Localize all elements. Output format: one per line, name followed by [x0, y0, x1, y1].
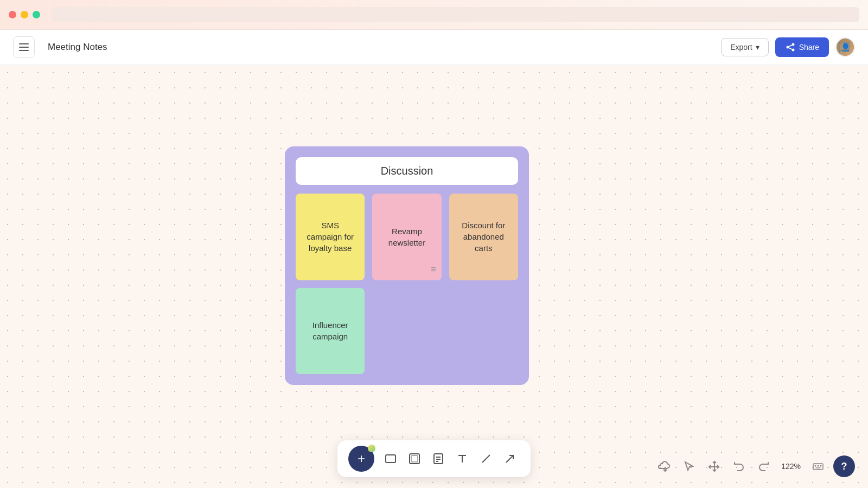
arrow-icon — [504, 453, 516, 465]
share-button[interactable]: Share — [775, 37, 829, 57]
share-label: Share — [799, 43, 819, 52]
title-bar — [0, 0, 868, 30]
cloud-save-button[interactable] — [654, 457, 674, 476]
discussion-frame[interactable]: Discussion SMS campaign for loyalty base… — [285, 146, 529, 385]
minimize-button[interactable] — [21, 11, 28, 18]
redo-icon — [758, 460, 770, 472]
svg-line-15 — [506, 455, 513, 463]
move-icon — [708, 460, 720, 472]
sticky-note-discount[interactable]: Discount for abandoned carts — [449, 194, 518, 280]
hamburger-icon — [19, 43, 29, 44]
frame-title: Discussion — [296, 157, 518, 185]
move-button[interactable] — [704, 457, 724, 476]
svg-line-4 — [789, 48, 792, 49]
document-title: Meeting Notes — [41, 38, 114, 56]
canvas-area[interactable]: Discussion SMS campaign for loyalty base… — [0, 65, 868, 488]
plus-icon: + — [358, 451, 365, 466]
maximize-button[interactable] — [33, 11, 40, 18]
frame-tool-button[interactable] — [405, 449, 424, 468]
svg-point-0 — [786, 46, 789, 49]
export-label: Export — [730, 43, 752, 52]
add-button[interactable]: + — [348, 446, 374, 472]
share-icon — [785, 42, 796, 53]
frame-icon — [409, 453, 420, 465]
hamburger-menu-button[interactable] — [13, 36, 35, 58]
arrow-tool-button[interactable] — [500, 449, 520, 468]
svg-line-3 — [789, 45, 792, 47]
help-button[interactable]: ? — [833, 455, 855, 477]
zoom-level: 122% — [779, 462, 803, 471]
keyboard-shortcuts-button[interactable] — [808, 457, 828, 476]
bottom-right-controls: 122% ? — [654, 455, 855, 477]
redo-button[interactable] — [754, 457, 774, 476]
main-toolbar: Meeting Notes Export ▾ Share 👤 — [0, 30, 868, 65]
close-button[interactable] — [9, 11, 16, 18]
bottom-toolbar: + — [337, 440, 531, 477]
hamburger-icon — [19, 47, 29, 48]
svg-rect-7 — [411, 455, 418, 462]
cloud-icon — [658, 460, 670, 472]
note-icon — [432, 453, 444, 465]
keyboard-icon — [812, 460, 824, 472]
cursor-button[interactable] — [679, 457, 699, 476]
svg-line-14 — [482, 455, 490, 463]
help-label: ? — [841, 461, 847, 472]
sticky-note-text: Influencer campaign — [303, 319, 357, 342]
title-bar-text — [51, 7, 859, 22]
sticky-note-influencer[interactable]: Influencer campaign — [296, 288, 365, 375]
traffic-lights — [9, 11, 40, 18]
text-icon — [456, 453, 468, 465]
sticky-note-revamp[interactable]: Revamp newsletter ≡ — [372, 194, 441, 280]
sticky-notes-grid: SMS campaign for loyalty base Revamp new… — [296, 194, 518, 374]
svg-point-1 — [792, 43, 794, 46]
chat-icon — [838, 41, 851, 54]
undo-icon — [733, 460, 745, 472]
line-tool-button[interactable] — [476, 449, 496, 468]
line-icon — [480, 453, 492, 465]
note-tool-button[interactable] — [429, 449, 448, 468]
sticky-note-text: Revamp newsletter — [380, 226, 433, 248]
export-button[interactable]: Export ▾ — [721, 38, 768, 56]
note-detail-icon: ≡ — [431, 264, 436, 275]
rectangle-icon — [385, 453, 397, 465]
text-tool-button[interactable] — [452, 449, 472, 468]
hamburger-icon — [19, 50, 29, 51]
cursor-icon — [683, 460, 695, 472]
rectangle-tool-button[interactable] — [381, 449, 400, 468]
sticky-note-text: Discount for abandoned carts — [457, 220, 510, 254]
svg-rect-5 — [386, 455, 395, 463]
undo-button[interactable] — [729, 457, 749, 476]
chat-button[interactable] — [833, 36, 855, 58]
svg-point-2 — [792, 49, 794, 52]
sticky-note-sms[interactable]: SMS campaign for loyalty base — [296, 194, 365, 280]
sticky-note-text: SMS campaign for loyalty base — [303, 220, 357, 254]
chevron-down-icon: ▾ — [756, 43, 760, 52]
